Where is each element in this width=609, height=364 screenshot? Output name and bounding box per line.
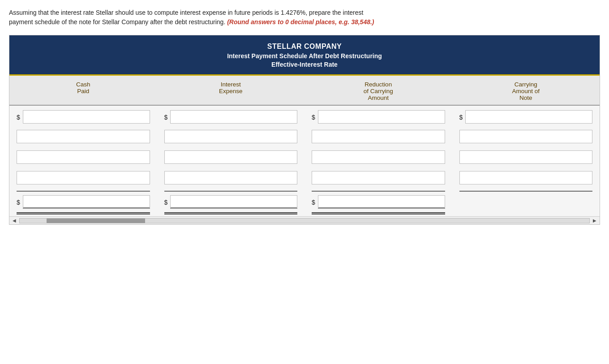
input-r1-c3[interactable] <box>318 110 445 124</box>
company-name: STELLAR COMPANY <box>18 43 591 51</box>
scroll-bar-track[interactable] <box>19 218 590 223</box>
col-header-carrying-amount: Carrying Amount of Note <box>452 76 600 106</box>
data-row-3 <box>9 147 600 167</box>
intro-highlight: (Round answers to 0 decimal places, e.g.… <box>227 18 374 26</box>
table-subtitle1: Interest Payment Schedule After Debt Res… <box>18 52 591 60</box>
input-r3-c1[interactable] <box>17 150 150 164</box>
col-header-reduction: Reduction of Carrying Amount <box>304 76 452 106</box>
cell-r1-c1: $ <box>9 110 157 124</box>
main-table-container: STELLAR COMPANY Interest Payment Schedul… <box>9 35 600 225</box>
input-r4-c2[interactable] <box>164 171 298 184</box>
total-cell-c4 <box>452 195 600 209</box>
intro-text-2: payment schedule of the note for Stellar… <box>9 18 225 26</box>
cell-r1-c4: $ <box>452 110 600 124</box>
input-r2-c1[interactable] <box>17 130 150 143</box>
cell-r4-c3 <box>304 171 452 184</box>
input-r2-c4[interactable] <box>459 130 593 143</box>
input-r4-c3[interactable] <box>312 171 445 184</box>
dollar-sign-r1-c2: $ <box>164 114 168 121</box>
double-underline-row <box>9 212 600 216</box>
data-section: $ $ $ $ <box>9 106 600 216</box>
dollar-sign-r1-c3: $ <box>312 114 315 121</box>
scroll-left-arrow[interactable]: ◀ <box>11 218 17 223</box>
col-header-cash-paid: Cash Paid <box>9 76 157 106</box>
dollar-sign-r1-c1: $ <box>17 114 20 121</box>
data-row-2 <box>9 126 600 147</box>
total-input-c3[interactable] <box>318 195 445 209</box>
input-r3-c3[interactable] <box>312 150 445 164</box>
cell-r2-c4 <box>452 130 600 143</box>
input-r1-c4[interactable] <box>465 110 592 124</box>
cell-r2-c3 <box>304 130 452 143</box>
data-row-4 <box>9 167 600 188</box>
cell-r3-c3 <box>304 150 452 164</box>
input-r4-c4[interactable] <box>459 171 593 184</box>
table-header: STELLAR COMPANY Interest Payment Schedul… <box>9 35 600 74</box>
total-dollar-sign-c1: $ <box>17 199 20 206</box>
dollar-sign-r1-c4: $ <box>459 114 463 121</box>
input-r2-c2[interactable] <box>164 130 298 143</box>
cell-r2-c2 <box>157 130 305 143</box>
scroll-bar-area: ◀ ▶ <box>9 216 600 224</box>
cell-r4-c1 <box>9 171 157 184</box>
cell-r3-c1 <box>9 150 157 164</box>
total-cell-c2: $ <box>157 195 305 209</box>
cell-r1-c3: $ <box>304 110 452 124</box>
col-header-interest-expense: Interest Expense <box>157 76 305 106</box>
total-cell-c3: $ <box>304 195 452 209</box>
input-r3-c4[interactable] <box>459 150 593 164</box>
cell-r1-c2: $ <box>157 110 305 124</box>
separator-row <box>9 188 600 192</box>
total-dollar-sign-c2: $ <box>164 199 168 206</box>
totals-row: $ $ $ <box>9 192 600 212</box>
cell-r4-c4 <box>452 171 600 184</box>
input-r1-c1[interactable] <box>23 110 150 124</box>
input-r1-c2[interactable] <box>170 110 297 124</box>
input-r3-c2[interactable] <box>164 150 298 164</box>
input-r2-c3[interactable] <box>312 130 445 143</box>
input-r4-c1[interactable] <box>17 171 150 184</box>
intro-text-1: Assuming that the interest rate Stellar … <box>9 9 363 16</box>
cell-r3-c4 <box>452 150 600 164</box>
cell-r4-c2 <box>157 171 305 184</box>
scroll-right-arrow[interactable]: ▶ <box>592 218 598 223</box>
data-row-1: $ $ $ $ <box>9 106 600 126</box>
column-headers-row: Cash Paid Interest Expense Reduction of … <box>9 74 600 106</box>
cell-r3-c2 <box>157 150 305 164</box>
total-dollar-sign-c3: $ <box>312 199 315 206</box>
total-input-c2[interactable] <box>170 195 297 209</box>
total-cell-c1: $ <box>9 195 157 209</box>
intro-paragraph: Assuming that the interest rate Stellar … <box>9 8 600 27</box>
table-subtitle2: Effective-Interest Rate <box>18 61 591 68</box>
scroll-bar-thumb <box>47 218 145 223</box>
cell-r2-c1 <box>9 130 157 143</box>
page-wrapper: Assuming that the interest rate Stellar … <box>0 0 609 234</box>
total-input-c1[interactable] <box>23 195 150 209</box>
